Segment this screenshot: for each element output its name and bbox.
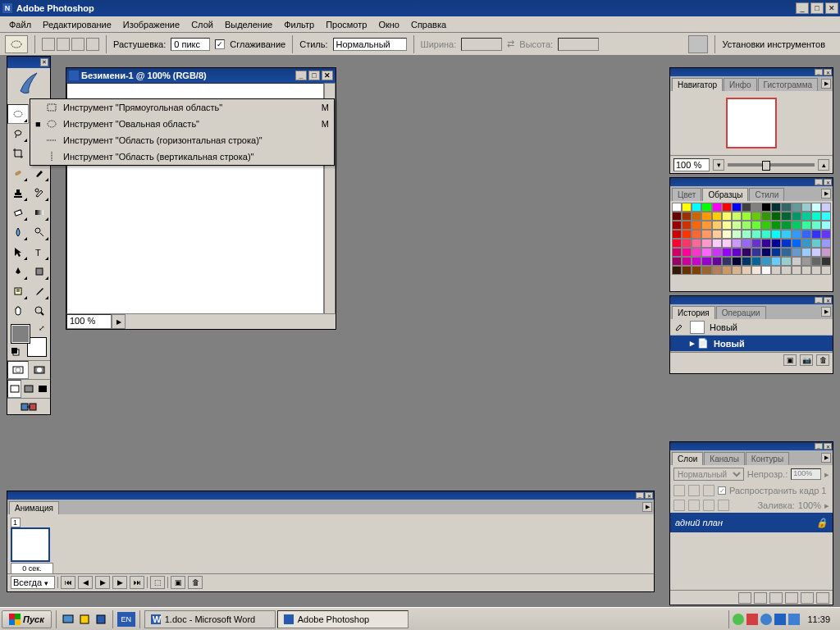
screen-standard-icon[interactable] — [7, 380, 21, 398]
tray-icon-4[interactable] — [774, 614, 786, 625]
swatch-cell[interactable] — [692, 203, 701, 212]
feather-input[interactable]: 0 пикс — [171, 38, 210, 51]
swatch-cell[interactable] — [722, 212, 732, 221]
task-word[interactable]: W 1.doc - Microsoft Word — [144, 610, 276, 628]
menu-filter[interactable]: Фильтр — [278, 18, 320, 31]
panel-close-icon[interactable]: ✕ — [645, 492, 653, 499]
panel-close-icon[interactable]: ✕ — [824, 179, 832, 185]
swatch-cell[interactable] — [761, 239, 771, 248]
swatch-cell[interactable] — [751, 221, 761, 230]
menu-help[interactable]: Справка — [405, 18, 452, 31]
swatch-cell[interactable] — [692, 230, 701, 239]
panel-close-icon[interactable]: ✕ — [824, 297, 832, 304]
hand-tool[interactable] — [7, 301, 29, 321]
swatch-cell[interactable] — [801, 230, 811, 239]
swatch-cell[interactable] — [751, 212, 761, 221]
swatch-cell[interactable] — [712, 239, 722, 248]
swatch-cell[interactable] — [712, 230, 722, 239]
menu-edit[interactable]: Редактирование — [37, 18, 117, 31]
panel-minimize-icon[interactable]: _ — [636, 492, 644, 499]
panel-menu-icon[interactable]: ▶ — [821, 307, 831, 317]
tab-navigator[interactable]: Навигатор — [672, 78, 723, 91]
frame-delay[interactable]: 0 сек. — [11, 563, 53, 574]
first-frame-icon[interactable]: ⏮ — [61, 576, 75, 589]
doc-maximize-button[interactable]: □ — [308, 71, 320, 80]
blend-mode-select[interactable]: Нормальный — [673, 468, 744, 481]
menu-window[interactable]: Окно — [372, 18, 405, 31]
swatch-cell[interactable] — [722, 266, 732, 275]
swatch-cell[interactable] — [751, 248, 761, 257]
swatch-cell[interactable] — [742, 212, 751, 221]
swatch-cell[interactable] — [761, 257, 771, 266]
tab-layers[interactable]: Слои — [672, 452, 703, 465]
swatch-cell[interactable] — [732, 248, 742, 257]
layer-mask-icon[interactable] — [754, 592, 767, 604]
swatch-cell[interactable] — [821, 266, 831, 275]
antialias-checkbox[interactable]: ✓ — [215, 39, 225, 49]
quicklaunch-totalcmd-icon[interactable] — [77, 612, 92, 627]
swap-colors-icon[interactable]: ⤢ — [39, 324, 45, 332]
screen-full-menu-icon[interactable] — [21, 380, 35, 398]
delete-layer-icon[interactable] — [816, 592, 829, 604]
swatch-cell[interactable] — [792, 221, 801, 230]
swatch-cell[interactable] — [761, 248, 771, 257]
swatch-cell[interactable] — [732, 239, 742, 248]
language-indicator[interactable]: EN — [117, 612, 135, 627]
swatch-cell[interactable] — [732, 212, 742, 221]
swatch-cell[interactable] — [811, 257, 821, 266]
eyedropper-tool[interactable] — [29, 281, 50, 301]
selection-add-icon[interactable] — [57, 38, 70, 51]
swatch-cell[interactable] — [792, 203, 801, 212]
swatch-cell[interactable] — [672, 230, 682, 239]
tray-icon-5[interactable] — [788, 614, 800, 625]
swatch-cell[interactable] — [761, 230, 771, 239]
swatch-cell[interactable] — [801, 221, 811, 230]
tab-info[interactable]: Инфо — [724, 78, 757, 91]
swatch-cell[interactable] — [742, 221, 751, 230]
tab-history[interactable]: История — [672, 306, 715, 319]
swatch-cell[interactable] — [682, 203, 692, 212]
swatch-cell[interactable] — [672, 266, 682, 275]
swatch-cell[interactable] — [742, 239, 751, 248]
minimize-button[interactable]: _ — [796, 2, 809, 14]
history-brush-tool[interactable] — [29, 183, 50, 203]
swatch-cell[interactable] — [811, 230, 821, 239]
swatch-cell[interactable] — [742, 230, 751, 239]
brush-tool[interactable] — [29, 163, 50, 183]
swatch-cell[interactable] — [692, 221, 701, 230]
history-state[interactable]: ▸ 📄 Новый — [670, 336, 833, 352]
tab-channels[interactable]: Каналы — [704, 452, 745, 465]
panel-menu-icon[interactable]: ▶ — [821, 189, 831, 199]
palette-well-icon[interactable] — [688, 35, 708, 53]
layer-background[interactable]: адний план 🔒 — [670, 513, 833, 532]
swatch-cell[interactable] — [811, 203, 821, 212]
history-brush-source-icon[interactable] — [673, 322, 685, 332]
zoom-tool[interactable] — [29, 301, 50, 321]
swatch-cell[interactable] — [781, 266, 791, 275]
flyout-item-rect[interactable]: Инструмент "Прямоугольная область" M — [30, 99, 334, 116]
doc-minimize-button[interactable]: _ — [295, 71, 307, 80]
play-icon[interactable]: ▶ — [95, 576, 110, 589]
new-set-icon[interactable] — [769, 592, 783, 604]
swatch-cell[interactable] — [771, 266, 781, 275]
new-document-from-state-icon[interactable]: ▣ — [783, 354, 797, 366]
flyout-item-hrow[interactable]: Инструмент "Область (горизонтальная стро… — [30, 132, 334, 148]
swatch-cell[interactable] — [672, 212, 682, 221]
swatch-cell[interactable] — [771, 221, 781, 230]
swatch-cell[interactable] — [672, 239, 682, 248]
path-select-tool[interactable] — [7, 242, 29, 262]
swatch-cell[interactable] — [792, 257, 801, 266]
notes-tool[interactable] — [7, 281, 29, 301]
unify-style-icon[interactable] — [703, 485, 714, 496]
swatch-cell[interactable] — [801, 212, 811, 221]
tool-presets-label[interactable]: Установки инструментов — [722, 39, 835, 49]
swatch-cell[interactable] — [751, 230, 761, 239]
navigator-zoom-slider[interactable] — [728, 163, 815, 167]
swatch-cell[interactable] — [761, 266, 771, 275]
quickmask-mode-icon[interactable] — [29, 361, 50, 379]
swatch-cell[interactable] — [761, 212, 771, 221]
marquee-tool[interactable] — [7, 104, 29, 124]
swatch-cell[interactable] — [692, 257, 701, 266]
crop-tool[interactable] — [7, 144, 29, 163]
panel-close-icon[interactable]: ✕ — [824, 69, 832, 75]
